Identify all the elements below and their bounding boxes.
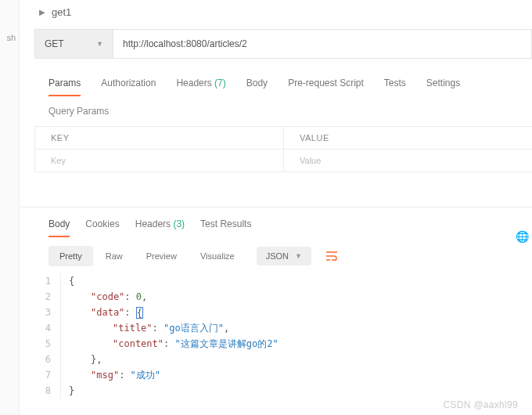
pane-divider[interactable] [20,207,532,208]
tab-params[interactable]: Params [49,78,81,96]
response-toolbar: Pretty Raw Preview Visualize JSON ▼ [49,245,532,267]
tab-tests[interactable]: Tests [384,78,406,96]
response-body-editor[interactable]: 1{ 2"code": 0, 3"data": { 4"title": "go语… [34,273,532,399]
tab-settings[interactable]: Settings [426,78,460,96]
left-sidebar-edge: sh [0,0,20,415]
query-params-title: Query Params [49,106,532,117]
request-title-row[interactable]: ▶ get1 [20,0,532,24]
expand-icon[interactable]: ▶ [39,8,45,16]
query-params-table: KEY VALUE Key Value [34,126,532,172]
url-input[interactable]: http://localhost:8080/articles/2 [113,30,531,58]
url-bar: GET ▼ http://localhost:8080/articles/2 [34,29,532,59]
request-tabs: Params Authorization Headers (7) Body Pr… [34,78,532,96]
tab-authorization[interactable]: Authorization [101,78,156,96]
chevron-down-icon: ▼ [295,252,302,260]
tab-response-headers[interactable]: Headers (3) [135,218,185,237]
view-raw[interactable]: Raw [95,246,134,266]
headers-count-badge: (7) [214,78,226,88]
tab-response-cookies[interactable]: Cookies [85,218,119,237]
tab-body[interactable]: Body [246,78,268,96]
table-row[interactable]: Key Value [35,150,532,171]
wrap-lines-icon[interactable] [321,245,343,267]
tab-response-body[interactable]: Body [49,218,70,237]
globe-icon[interactable]: 🌐 [516,230,529,243]
text-cursor: { [136,307,143,319]
col-value: VALUE [284,127,532,150]
http-method-label: GET [45,38,64,49]
response-tabs: Body Cookies Headers (3) Test Results [34,218,532,237]
http-method-select[interactable]: GET ▼ [35,30,113,58]
view-preview[interactable]: Preview [135,246,188,266]
value-input[interactable]: Value [284,150,532,171]
view-visualize[interactable]: Visualize [189,246,246,266]
view-pretty[interactable]: Pretty [49,246,93,266]
watermark: CSDN @aaxhl99 [444,399,518,410]
response-headers-count-badge: (3) [173,218,185,229]
col-key: KEY [35,127,284,150]
chevron-down-icon: ▼ [96,40,103,48]
tab-prerequest[interactable]: Pre-request Script [288,78,364,96]
tab-headers[interactable]: Headers (7) [176,78,225,96]
format-select[interactable]: JSON ▼ [257,247,311,265]
key-input[interactable]: Key [35,150,284,171]
table-header-row: KEY VALUE [35,127,532,150]
request-name: get1 [52,6,71,18]
tab-test-results[interactable]: Test Results [200,218,251,237]
